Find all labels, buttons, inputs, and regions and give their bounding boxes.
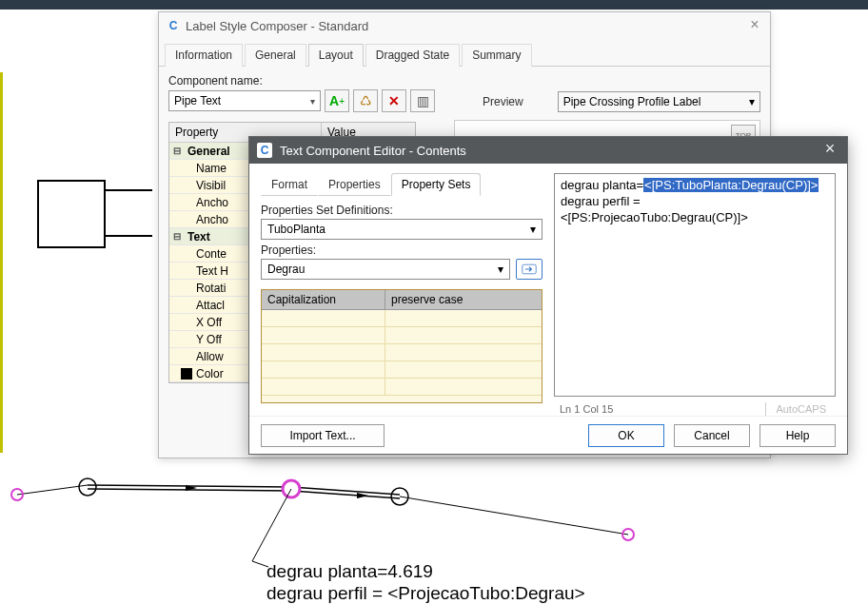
tab-format[interactable]: Format	[261, 173, 318, 196]
component-name-label: Component name:	[168, 74, 435, 88]
svg-line-5	[88, 489, 291, 491]
svg-point-12	[79, 478, 96, 496]
cancel-button[interactable]: Cancel	[674, 424, 750, 447]
svg-point-14	[391, 488, 408, 505]
svg-line-6	[291, 487, 400, 495]
modifier-row[interactable]	[262, 310, 542, 327]
canvas-label-line2: degrau perfil = <ProjecaoTubo:Degrau>	[266, 583, 585, 604]
editor-tabs: Format Properties Property Sets	[261, 173, 542, 196]
color-swatch-icon	[181, 368, 192, 380]
editor-status-bar: Ln 1 Col 15 AutoCAPS	[554, 399, 836, 416]
modifier-row[interactable]	[262, 379, 542, 396]
help-button[interactable]: Help	[760, 424, 836, 447]
ok-button[interactable]: OK	[588, 424, 664, 447]
svg-marker-9	[186, 485, 197, 491]
delete-component-button[interactable]: ✕	[382, 89, 406, 112]
autocaps-indicator: AutoCAPS	[765, 402, 836, 416]
content-editor[interactable]: degrau planta=<[PS:TuboPlanta:Degrau(CP)…	[554, 173, 836, 397]
tab-information[interactable]: Information	[165, 44, 243, 67]
dialog-title-bar[interactable]: C Text Component Editor - Contents ×	[249, 137, 847, 164]
svg-rect-0	[38, 181, 105, 247]
svg-line-8	[400, 497, 628, 535]
properties-value: Degrau	[267, 263, 305, 276]
modifier-row[interactable]	[262, 344, 542, 361]
modifiers-header: Capitalization preserve case	[262, 290, 542, 310]
editor-line: degrau perfil = <[PS:ProjecaoTubo:Degrau…	[561, 194, 829, 226]
window-title-bar[interactable]: C Label Style Composer - Standard ×	[159, 12, 770, 39]
chevron-down-icon: ▾	[749, 95, 755, 108]
reorder-component-button[interactable]: ♺	[353, 89, 378, 112]
definitions-value: TuboPlanta	[267, 223, 326, 236]
definitions-select[interactable]: TuboPlanta ▾	[261, 219, 542, 240]
preview-label: Preview	[454, 92, 552, 111]
app-top-bar	[0, 0, 868, 10]
layers-button[interactable]: ▥	[410, 89, 435, 112]
tab-dragged-state[interactable]: Dragged State	[365, 44, 460, 67]
add-component-button[interactable]: A+	[325, 89, 349, 112]
canvas-edge	[0, 72, 3, 453]
svg-line-4	[88, 485, 291, 487]
properties-select[interactable]: Degrau ▾	[261, 259, 510, 280]
arrow-right-icon	[522, 263, 537, 275]
dialog-title: Text Component Editor - Contents	[280, 144, 466, 158]
editor-line: degrau planta=<[PS:TuboPlanta:Degrau(CP)…	[561, 178, 829, 194]
svg-point-15	[622, 529, 634, 540]
composer-tabs: Information General Layout Dragged State…	[159, 43, 770, 67]
text-component-editor-window: C Text Component Editor - Contents × For…	[248, 136, 848, 455]
svg-marker-10	[357, 493, 368, 498]
chevron-down-icon: ▾	[310, 96, 315, 107]
import-text-button[interactable]: Import Text...	[261, 424, 385, 447]
canvas-label: degrau planta=4.619 degrau perfil = <Pro…	[266, 561, 585, 604]
tab-property-sets[interactable]: Property Sets	[391, 173, 482, 196]
cursor-position: Ln 1 Col 15	[554, 402, 622, 416]
close-icon[interactable]: ×	[819, 139, 841, 159]
col-modifier-value: preserve case	[385, 290, 542, 309]
window-title: Label Style Composer - Standard	[186, 19, 368, 33]
modifier-row[interactable]	[262, 327, 542, 344]
app-icon: C	[257, 143, 272, 158]
svg-line-16	[252, 489, 291, 561]
app-icon: C	[167, 19, 180, 32]
chevron-down-icon: ▾	[498, 263, 503, 276]
canvas-label-line1: degrau planta=4.619	[266, 561, 585, 583]
svg-point-11	[11, 489, 23, 500]
tab-layout[interactable]: Layout	[308, 44, 364, 67]
preview-style-select[interactable]: Pipe Crossing Profile Label ▾	[558, 91, 760, 112]
svg-line-3	[17, 485, 88, 495]
component-name-value: Pipe Text	[174, 94, 221, 107]
modifiers-grid[interactable]: Capitalization preserve case	[261, 289, 542, 403]
tab-general[interactable]: General	[245, 44, 306, 67]
insert-property-button[interactable]	[516, 259, 542, 280]
svg-line-7	[291, 491, 400, 498]
chevron-down-icon: ▾	[530, 223, 536, 236]
dialog-button-row: Import Text... OK Cancel Help	[249, 416, 847, 454]
definitions-label: Properties Set Definitions:	[261, 204, 542, 217]
col-modifier: Capitalization	[262, 290, 385, 309]
tab-properties[interactable]: Properties	[318, 173, 391, 196]
editor-selection: <[PS:TuboPlanta:Degrau(CP)]>	[643, 178, 819, 192]
close-icon[interactable]: ×	[745, 16, 764, 33]
tab-summary[interactable]: Summary	[462, 44, 531, 67]
modifier-row[interactable]	[262, 361, 542, 379]
svg-point-13	[283, 480, 300, 497]
preview-style-value: Pipe Crossing Profile Label	[563, 95, 701, 108]
component-name-select[interactable]: Pipe Text ▾	[168, 90, 321, 111]
properties-label: Properties:	[261, 244, 542, 257]
